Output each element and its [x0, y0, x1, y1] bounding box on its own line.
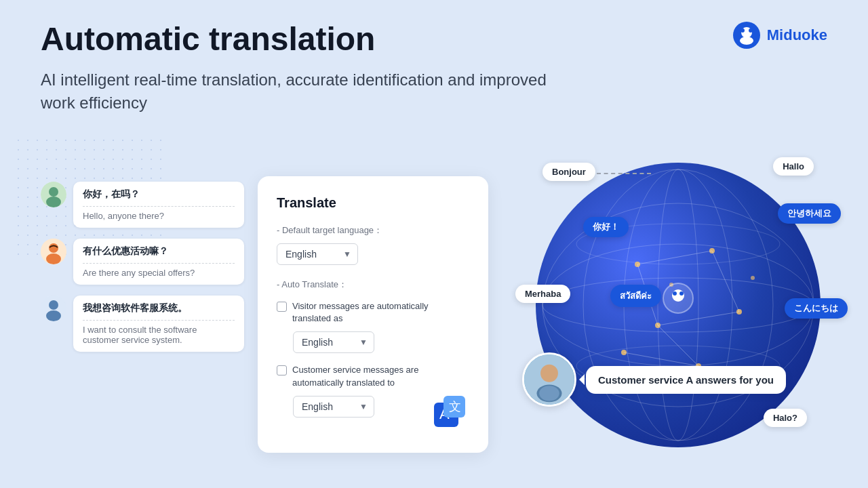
- bubble-nihao: 你好！: [583, 217, 629, 237]
- avatar-1: [41, 182, 66, 207]
- bubble-sawadee: สวัสดีค่ะ: [610, 285, 661, 307]
- cs-lang-select[interactable]: English Chinese French: [293, 396, 374, 418]
- bubble-merhaba: Merhaba: [515, 285, 570, 303]
- chat-original-1: 你好，在吗？: [83, 188, 235, 207]
- cs-translate-row: Customer service messages are automatica…: [277, 364, 469, 388]
- svg-text:文: 文: [449, 400, 461, 413]
- svg-point-45: [540, 365, 558, 382]
- translate-panel-title: Translate: [277, 195, 469, 211]
- chat-bubble-2: 有什么优惠活动嘛？ Are there any special offers?: [73, 239, 244, 285]
- chat-original-2: 有什么优惠活动嘛？: [83, 245, 235, 264]
- svg-point-3: [749, 28, 753, 33]
- bubble-bonjour: Bonjour: [542, 163, 595, 181]
- logo-icon: [732, 20, 762, 50]
- svg-point-10: [46, 253, 61, 264]
- cs-speech-text: Customer service A answers for you: [598, 374, 774, 386]
- bubble-annyeong: 안녕하세요: [778, 203, 841, 224]
- cs-speech-bubble: Customer service A answers for you: [586, 366, 786, 394]
- svg-point-4: [740, 37, 753, 45]
- chat-bubble-1: 你好，在吗？ Hello, anyone there?: [73, 182, 244, 228]
- dashed-line: [597, 173, 651, 174]
- chat-bubble-3: 我想咨询软件客服系统。 I want to consult the softwa…: [73, 296, 244, 352]
- logo-text: Miduoke: [767, 26, 827, 44]
- bubble-halo: Halo?: [764, 409, 807, 427]
- svg-point-6: [49, 187, 58, 197]
- cs-translate-label: Customer service messages are automatica…: [292, 364, 469, 388]
- default-target-label: - Default target language：: [277, 224, 469, 237]
- logo: Miduoke: [732, 20, 827, 50]
- bubble-konnichiwa: こんにちは: [785, 298, 848, 319]
- visitor-lang-select[interactable]: English Chinese French: [293, 331, 374, 353]
- svg-line-34: [637, 251, 712, 264]
- translate-panel: Translate - Default target language： Eng…: [258, 176, 488, 453]
- auto-translate-label: - Auto Translate：: [277, 279, 469, 291]
- svg-point-42: [673, 291, 677, 296]
- svg-point-47: [539, 386, 559, 401]
- globe-section: Bonjour Hallo 你好！ 안녕하세요 Merhaba สวัสดีค่…: [502, 149, 854, 461]
- visitor-translate-label: Visitor messages are automatically trans…: [292, 300, 469, 325]
- cs-translate-checkbox[interactable]: [277, 365, 287, 375]
- svg-line-35: [712, 251, 739, 312]
- chat-original-3: 我想咨询软件客服系统。: [83, 302, 235, 321]
- svg-point-32: [751, 276, 755, 280]
- chat-panel: 你好，在吗？ Hello, anyone there? 有什么优惠活动嘛？ Ar…: [41, 182, 244, 352]
- chat-item-3: 我想咨询软件客服系统。 I want to consult the softwa…: [41, 296, 244, 352]
- translate-icon: A 文: [431, 393, 469, 434]
- svg-point-9: [49, 243, 58, 253]
- chat-translated-1: Hello, anyone there?: [83, 211, 235, 221]
- svg-point-13: [46, 310, 61, 321]
- svg-point-7: [46, 197, 61, 207]
- default-lang-select-wrapper[interactable]: English Chinese French Japanese ▼: [277, 243, 358, 265]
- svg-point-2: [741, 28, 745, 33]
- svg-point-43: [679, 291, 684, 296]
- sub-title: AI intelligent real-time translation, ac…: [41, 68, 556, 114]
- header: Miduoke Automatic translation AI intelli…: [41, 20, 827, 114]
- chat-item-1: 你好，在吗？ Hello, anyone there?: [41, 182, 244, 228]
- svg-point-12: [49, 300, 58, 310]
- main-title: Automatic translation: [41, 20, 827, 58]
- default-lang-select[interactable]: English Chinese French Japanese: [277, 243, 358, 265]
- avatar-3: [41, 296, 66, 321]
- svg-point-41: [672, 289, 684, 302]
- chat-item-2: 有什么优惠活动嘛？ Are there any special offers?: [41, 239, 244, 285]
- avatar-2: [41, 239, 66, 264]
- cs-avatar: [522, 352, 576, 407]
- chat-translated-3: I want to consult the software customer …: [83, 325, 235, 345]
- visitor-translate-checkbox[interactable]: [277, 302, 287, 312]
- cs-lang-select-wrapper[interactable]: English Chinese French ▼: [293, 396, 374, 418]
- bubble-hallo: Hallo: [773, 157, 814, 176]
- cs-section: Customer service A answers for you: [522, 352, 786, 407]
- visitor-lang-select-wrapper[interactable]: English Chinese French ▼: [293, 331, 374, 353]
- visitor-translate-row: Visitor messages are automatically trans…: [277, 300, 469, 325]
- chat-translated-2: Are there any special offers?: [83, 268, 235, 278]
